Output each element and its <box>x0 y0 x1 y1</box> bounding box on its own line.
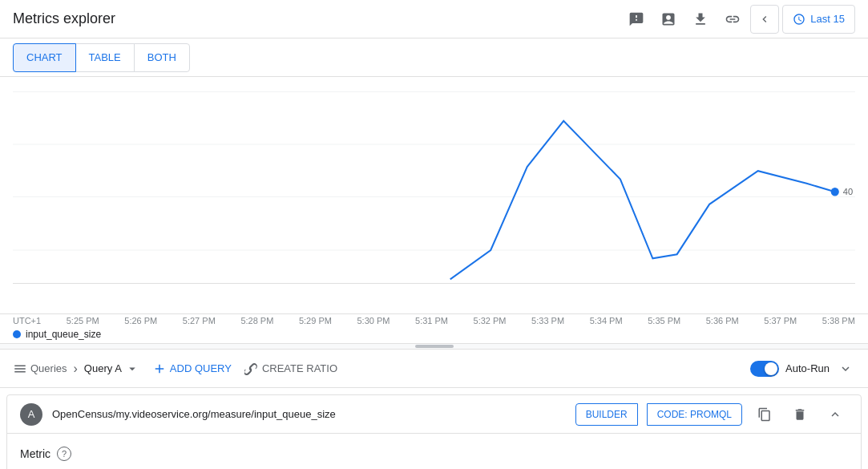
x-label-534: 5:34 PM <box>590 316 623 325</box>
feedback-button[interactable] <box>622 5 651 34</box>
queries-label: Queries <box>30 362 67 374</box>
chart-legend: input_queue_size <box>0 325 868 343</box>
nav-back-button[interactable] <box>750 5 779 34</box>
x-label-525: 5:25 PM <box>67 316 99 325</box>
create-ratio-button[interactable]: CREATE RATIO <box>244 362 337 376</box>
page-title: Metrics explorer <box>13 10 115 27</box>
header-actions: Last 15 <box>622 5 855 34</box>
query-panel-header: A OpenCensus/my.videoservice.org/measure… <box>7 395 861 434</box>
auto-run-label: Auto-Run <box>785 362 830 374</box>
x-label-530: 5:30 PM <box>357 316 390 325</box>
x-label-538: 5:38 PM <box>822 316 855 325</box>
toggle-thumb <box>765 362 777 375</box>
query-a-label: Query A <box>84 362 122 374</box>
collapse-button[interactable] <box>822 402 848 427</box>
time-range-button[interactable]: Last 15 <box>782 5 855 34</box>
add-query-label: ADD QUERY <box>170 362 232 374</box>
add-query-button[interactable]: ADD QUERY <box>146 362 238 376</box>
tabs-row: CHART TABLE BOTH <box>0 38 868 77</box>
copy-button[interactable] <box>752 402 777 427</box>
metric-label-row: Metric ? <box>20 447 848 461</box>
x-label-528: 5:28 PM <box>240 316 273 325</box>
x-label-526: 5:26 PM <box>124 316 157 325</box>
delete-button[interactable] <box>787 402 813 427</box>
tab-chart[interactable]: CHART <box>13 43 76 72</box>
expand-button[interactable] <box>836 359 855 378</box>
chart-container: 40 <box>0 77 868 313</box>
resize-handle[interactable] <box>0 343 868 350</box>
legend-dot <box>13 330 21 338</box>
code-promql-button[interactable]: CODE: PROMQL <box>647 403 742 426</box>
query-bar: Queries › Query A ADD QUERY CREATE RATIO… <box>0 350 868 388</box>
x-label-531: 5:31 PM <box>415 316 448 325</box>
toggle-switch[interactable] <box>750 361 779 377</box>
query-panel-title: OpenCensus/my.videoservice.org/measure/i… <box>52 408 566 420</box>
queries-menu-button[interactable]: Queries <box>13 362 67 376</box>
query-panel-body: Metric ? Metric VM Instance - OpenCensus… <box>7 434 861 469</box>
x-label-533: 5:33 PM <box>531 316 564 325</box>
x-label-535: 5:35 PM <box>648 316 680 325</box>
header: Metrics explorer Last 15 <box>0 0 868 38</box>
query-panel: A OpenCensus/my.videoservice.org/measure… <box>6 394 862 469</box>
svg-point-5 <box>831 188 839 196</box>
query-avatar: A <box>20 403 42 426</box>
help-icon[interactable]: ? <box>57 447 71 461</box>
x-label-537: 5:37 PM <box>764 316 797 325</box>
download-button[interactable] <box>686 5 715 34</box>
svg-text:40: 40 <box>843 187 853 196</box>
resize-bar <box>415 345 454 348</box>
time-range-label: Last 15 <box>810 13 845 25</box>
create-ratio-label: CREATE RATIO <box>262 362 337 374</box>
builder-button[interactable]: BUILDER <box>575 403 638 426</box>
add-chart-button[interactable] <box>654 5 683 34</box>
tab-table[interactable]: TABLE <box>75 43 135 72</box>
query-a-button[interactable]: Query A <box>84 362 139 376</box>
auto-run-toggle[interactable]: Auto-Run <box>750 361 830 377</box>
x-label-536: 5:36 PM <box>706 316 739 325</box>
x-axis: UTC+1 5:25 PM 5:26 PM 5:27 PM 5:28 PM 5:… <box>0 313 868 325</box>
x-label-527: 5:27 PM <box>183 316 216 325</box>
legend-label: input_queue_size <box>26 329 101 340</box>
breadcrumb-separator: › <box>74 362 78 376</box>
x-label-utc: UTC+1 <box>13 316 41 325</box>
chart-svg: 40 <box>13 83 855 292</box>
tab-both[interactable]: BOTH <box>134 43 190 72</box>
x-label-532: 5:32 PM <box>474 316 507 325</box>
link-button[interactable] <box>718 5 747 34</box>
metric-heading: Metric <box>20 447 50 460</box>
x-label-529: 5:29 PM <box>299 316 332 325</box>
